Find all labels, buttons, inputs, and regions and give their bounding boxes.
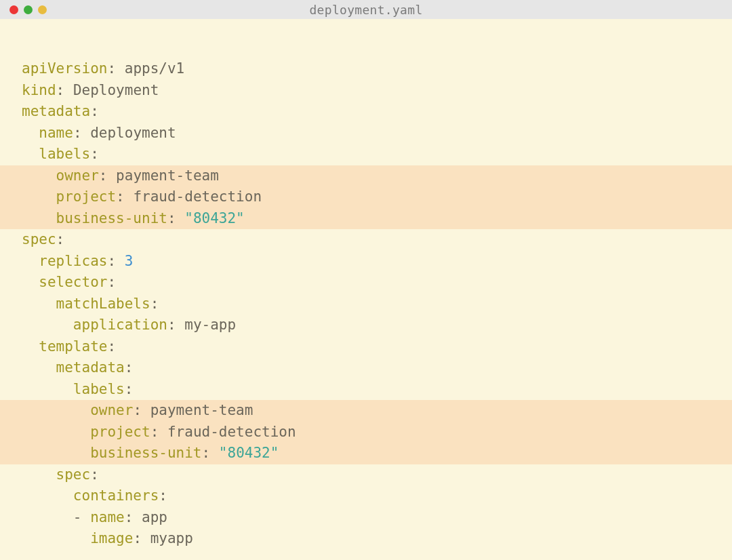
token-val: fraud-detection xyxy=(125,188,262,205)
token-punc: : xyxy=(125,509,134,525)
code-line[interactable]: spec: xyxy=(0,229,732,251)
code-line[interactable]: selector: xyxy=(0,272,732,294)
code-line[interactable]: metadata: xyxy=(0,357,732,379)
token-str: "80432" xyxy=(184,210,245,226)
token-val: Deployment xyxy=(64,82,159,98)
token-punc: : xyxy=(56,82,65,98)
code-line[interactable]: apiVersion: apps/v1 xyxy=(0,58,732,80)
code-line[interactable]: metadata: xyxy=(0,101,732,123)
token-val xyxy=(22,317,73,333)
minimize-icon[interactable] xyxy=(24,5,33,14)
token-key: metadata xyxy=(22,103,90,119)
token-key: project xyxy=(90,424,150,440)
token-num: 3 xyxy=(125,253,134,269)
token-key: selector xyxy=(39,274,107,290)
token-key: template xyxy=(39,338,107,355)
code-line[interactable]: - name: app xyxy=(0,507,732,529)
token-punc: : xyxy=(56,231,65,247)
token-val xyxy=(116,253,125,269)
token-punc: : xyxy=(159,487,167,504)
titlebar: deployment.yaml xyxy=(0,0,732,19)
token-key: owner xyxy=(90,402,133,418)
token-punc: : xyxy=(90,146,99,162)
editor-window: deployment.yaml apiVersion: apps/v1kind:… xyxy=(0,0,732,560)
token-val xyxy=(210,445,219,461)
token-key: labels xyxy=(73,381,125,397)
token-val xyxy=(22,296,56,312)
token-punc: : xyxy=(73,125,82,141)
token-val: - xyxy=(22,509,90,525)
window-title: deployment.yaml xyxy=(309,3,422,17)
token-val: apps/v1 xyxy=(116,60,184,77)
code-line[interactable]: labels: xyxy=(0,144,732,165)
token-val xyxy=(22,146,39,162)
token-val: fraud-detection xyxy=(159,424,296,440)
code-line[interactable]: application: my-app xyxy=(0,315,732,336)
code-line[interactable]: owner: payment-team xyxy=(0,400,732,422)
token-val xyxy=(22,167,56,184)
token-val xyxy=(22,466,56,483)
token-punc: : xyxy=(150,296,159,312)
code-line[interactable]: image: myapp xyxy=(0,528,732,550)
close-icon[interactable] xyxy=(9,5,18,14)
token-val xyxy=(22,402,90,418)
token-key: image xyxy=(90,530,133,546)
token-punc: : xyxy=(107,253,116,269)
code-line[interactable]: project: fraud-detection xyxy=(0,186,732,208)
maximize-icon[interactable] xyxy=(38,5,47,14)
token-punc: : xyxy=(150,424,159,440)
traffic-lights xyxy=(0,5,47,14)
token-key: application xyxy=(73,317,167,333)
code-line[interactable]: project: fraud-detection xyxy=(0,422,732,443)
token-val: my-app xyxy=(176,317,237,333)
token-key: business-unit xyxy=(90,445,201,461)
token-key: replicas xyxy=(39,253,107,269)
token-val xyxy=(176,210,185,226)
token-punc: : xyxy=(202,445,211,461)
token-key: name xyxy=(39,125,73,141)
code-line[interactable]: business-unit: "80432" xyxy=(0,208,732,230)
token-punc: : xyxy=(99,167,108,184)
code-line[interactable]: template: xyxy=(0,336,732,358)
token-val xyxy=(22,125,39,141)
token-val xyxy=(22,188,56,205)
token-key: apiVersion xyxy=(22,60,107,77)
code-line[interactable]: matchLabels: xyxy=(0,294,732,315)
token-key: matchLabels xyxy=(56,296,150,312)
token-val xyxy=(22,253,39,269)
token-key: spec xyxy=(56,466,91,483)
token-punc: : xyxy=(116,188,125,205)
token-key: owner xyxy=(56,167,99,184)
code-line[interactable]: replicas: 3 xyxy=(0,251,732,273)
token-val xyxy=(22,445,90,461)
token-val xyxy=(22,359,56,376)
token-str: "80432" xyxy=(219,445,279,461)
token-val xyxy=(22,210,56,226)
token-val xyxy=(22,487,73,504)
code-line[interactable]: business-unit: "80432" xyxy=(0,443,732,464)
token-punc: : xyxy=(133,402,142,418)
code-line[interactable]: spec: xyxy=(0,464,732,486)
token-val: myapp xyxy=(142,530,193,546)
code-line[interactable]: owner: payment-team xyxy=(0,165,732,187)
token-val: payment-team xyxy=(142,402,253,418)
token-punc: : xyxy=(90,466,99,483)
code-line[interactable]: kind: Deployment xyxy=(0,80,732,102)
code-line[interactable]: labels: xyxy=(0,379,732,401)
token-val: deployment xyxy=(82,125,176,141)
code-line[interactable]: name: deployment xyxy=(0,123,732,144)
token-punc: : xyxy=(133,530,142,546)
token-punc: : xyxy=(125,359,134,376)
token-key: name xyxy=(90,509,125,525)
token-punc: : xyxy=(107,274,116,290)
token-val xyxy=(22,424,90,440)
token-val xyxy=(22,274,39,290)
token-key: business-unit xyxy=(56,210,167,226)
token-val xyxy=(22,338,39,355)
token-punc: : xyxy=(167,210,176,226)
code-line[interactable]: containers: xyxy=(0,485,732,507)
token-punc: : xyxy=(107,60,116,77)
token-key: containers xyxy=(73,487,159,504)
code-editor[interactable]: apiVersion: apps/v1kind: Deploymentmetad… xyxy=(0,19,732,550)
token-punc: : xyxy=(167,317,176,333)
